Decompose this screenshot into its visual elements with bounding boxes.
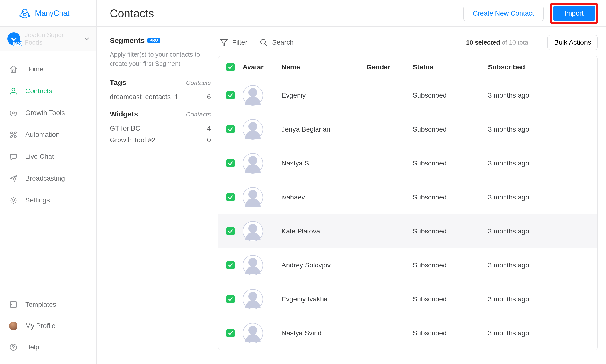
tags-title: Tags <box>110 78 186 87</box>
nav-my-profile[interactable]: My Profile <box>0 315 96 337</box>
page-title: Contacts <box>110 7 463 20</box>
row-avatar <box>243 153 282 173</box>
svg-point-10 <box>12 199 14 201</box>
th-gender[interactable]: Gender <box>366 63 413 71</box>
widget-count: 0 <box>207 136 211 144</box>
widget-row[interactable]: Growth Tool #20 <box>110 134 211 146</box>
table-row[interactable]: ivahaev Subscribed 3 months ago <box>218 180 597 214</box>
table-row[interactable]: Evgeniy Subscribed 3 months ago <box>218 78 597 112</box>
nav-broadcasting[interactable]: Broadcasting <box>0 168 96 189</box>
nav-settings[interactable]: Settings <box>0 189 96 211</box>
nav: Home Contacts Growth Tools Automation <box>0 51 96 294</box>
row-subscribed: 3 months ago <box>488 125 597 133</box>
brand-name: ManyChat <box>35 9 69 18</box>
row-checkbox[interactable] <box>218 159 243 168</box>
widgets-count-label: Contacts <box>186 111 211 118</box>
help-icon <box>9 343 17 351</box>
tag-row[interactable]: dreamcast_contacts_16 <box>110 91 211 103</box>
row-checkbox[interactable] <box>218 227 243 235</box>
row-name: ivahaev <box>282 193 366 201</box>
main: Contacts Create New Contact Import Segme… <box>97 0 606 364</box>
row-checkbox[interactable] <box>218 125 243 133</box>
sidebar: ManyChat PRO Jeyden Super Foods Home <box>0 0 97 364</box>
nav-templates[interactable]: Templates <box>0 294 96 315</box>
table-row[interactable]: Kate Platova Subscribed 3 months ago <box>218 214 597 248</box>
select-all-checkbox[interactable] <box>218 63 243 71</box>
table-row[interactable]: Evgeniy Ivakha Subscribed 3 months ago <box>218 282 597 316</box>
row-checkbox[interactable] <box>218 329 243 337</box>
import-button-highlight: Import <box>550 3 598 24</box>
import-button[interactable]: Import <box>553 6 595 21</box>
broadcast-icon <box>9 174 17 182</box>
row-checkbox[interactable] <box>218 295 243 303</box>
table-row[interactable]: Andrey Solovjov Subscribed 3 months ago <box>218 248 597 282</box>
segments-hint: Apply filter(s) to your contacts to crea… <box>110 50 211 68</box>
chevron-down-icon <box>84 37 89 40</box>
widget-name: Growth Tool #2 <box>110 136 207 144</box>
row-status: Subscribed <box>413 159 488 167</box>
th-avatar[interactable]: Avatar <box>243 63 282 71</box>
row-subscribed: 3 months ago <box>488 329 597 337</box>
create-contact-button[interactable]: Create New Contact <box>463 6 544 21</box>
svg-point-14 <box>13 349 13 349</box>
total-count: of 10 total <box>500 39 529 46</box>
widget-name: GT for BC <box>110 125 207 132</box>
th-status[interactable]: Status <box>413 63 488 71</box>
row-status: Subscribed <box>413 295 488 303</box>
workspace-name: Jeyden Super Foods <box>25 31 80 46</box>
search-icon <box>259 38 268 47</box>
svg-point-9 <box>14 136 16 138</box>
svg-point-2 <box>22 9 27 13</box>
row-status: Subscribed <box>413 193 488 201</box>
nav-help[interactable]: Help <box>0 337 96 358</box>
nav-growth-tools[interactable]: Growth Tools <box>0 102 96 124</box>
workspace-switcher[interactable]: PRO Jeyden Super Foods <box>0 27 96 51</box>
nav-label: Settings <box>25 196 50 204</box>
row-checkbox[interactable] <box>218 261 243 269</box>
filter-label: Filter <box>232 39 247 46</box>
growth-tools-icon <box>9 109 17 117</box>
contacts-table: Avatar Name Gender Status Subscribed Evg… <box>218 56 598 351</box>
search-button[interactable]: Search <box>259 38 294 47</box>
brand[interactable]: ManyChat <box>0 0 96 27</box>
nav-label: Automation <box>25 131 60 139</box>
row-name: Andrey Solovjov <box>282 261 366 269</box>
nav-label: Help <box>25 343 39 351</box>
row-status: Subscribed <box>413 91 488 99</box>
segments-panel: Segments PRO Apply filter(s) to your con… <box>97 27 218 364</box>
table-row[interactable]: Nastya S. Subscribed 3 months ago <box>218 146 597 180</box>
row-subscribed: 3 months ago <box>488 193 597 201</box>
table-header: Avatar Name Gender Status Subscribed <box>218 56 597 78</box>
svg-point-6 <box>11 132 12 134</box>
nav-home[interactable]: Home <box>0 58 96 80</box>
row-avatar <box>243 85 282 105</box>
nav-live-chat[interactable]: Live Chat <box>0 146 96 168</box>
filter-icon <box>220 38 228 47</box>
row-name: Jenya Beglarian <box>282 125 366 133</box>
nav-label: Home <box>25 65 43 73</box>
row-name: Evgeniy Ivakha <box>282 295 366 303</box>
row-status: Subscribed <box>413 125 488 133</box>
th-subscribed[interactable]: Subscribed <box>488 63 597 71</box>
row-subscribed: 3 months ago <box>488 295 597 303</box>
svg-point-15 <box>261 39 266 44</box>
filter-button[interactable]: Filter <box>220 38 247 47</box>
svg-point-8 <box>11 136 12 138</box>
tags-count-label: Contacts <box>186 79 211 87</box>
templates-icon <box>9 300 17 309</box>
row-status: Subscribed <box>413 227 488 235</box>
chat-icon <box>9 152 17 161</box>
bulk-actions-button[interactable]: Bulk Actions <box>548 35 598 50</box>
nav-contacts[interactable]: Contacts <box>0 80 96 102</box>
table-row[interactable]: Jenya Beglarian Subscribed 3 months ago <box>218 112 597 146</box>
nav-automation[interactable]: Automation <box>0 124 96 146</box>
th-name[interactable]: Name <box>282 63 366 71</box>
table-row[interactable]: Nastya Svirid Subscribed 3 months ago <box>218 316 597 350</box>
pro-badge: PRO <box>13 41 22 46</box>
automation-icon <box>9 130 17 139</box>
segments-title: Segments <box>110 36 145 45</box>
row-avatar <box>243 323 282 343</box>
row-checkbox[interactable] <box>218 193 243 201</box>
row-checkbox[interactable] <box>218 91 243 100</box>
widget-row[interactable]: GT for BC4 <box>110 123 211 134</box>
